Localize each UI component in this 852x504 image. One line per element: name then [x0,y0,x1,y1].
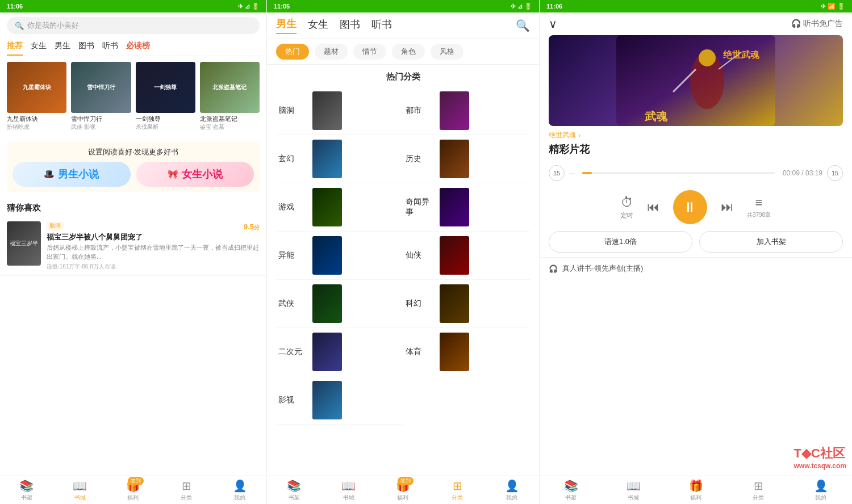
filter-hot[interactable]: 热门 [276,44,309,60]
right-time: 11:06 [546,3,562,10]
mid-header: 男生 女生 图书 听书 🔍 [267,12,539,39]
category-tiyu[interactable]: 体育 [403,328,531,376]
category-lishi[interactable]: 历史 [403,135,531,183]
tab-male[interactable]: 男生 [55,41,70,56]
category-youxi[interactable]: 游戏 [276,183,403,232]
right-nav-mine[interactable]: 👤 我的 [790,476,852,504]
mid-tab-audio[interactable]: 听书 [371,18,392,33]
category-kehuan[interactable]: 科幻 [403,280,531,328]
left-nav-bookshelf[interactable]: 📚 书架 [0,476,53,504]
progress-time-row: 15 — 00:09 / 03:19 15 [549,165,843,181]
right-nav-bookshelf-label: 书架 [565,494,577,502]
headphone-icon: 🎧 [791,19,801,28]
book-item-2[interactable]: 雪中悍刀行 雪中悍刀行 武侠·影视 [71,62,131,131]
cat-book-kehuan [440,284,469,323]
category-wuxia[interactable]: 武侠 [276,280,403,328]
right-nav-welfare[interactable]: 🎁 福利 [665,476,727,504]
mid-nav-bookstore-label: 书城 [343,494,354,502]
progress-dash: — [569,170,575,177]
book-sub-3: 杀伐果断 [136,123,195,131]
search-button-mid[interactable]: 🔍 [516,19,530,32]
tab-audio[interactable]: 听书 [102,41,118,56]
timer-icon: ⏱ [621,195,633,210]
right-welfare-icon: 🎁 [689,479,703,493]
mid-nav-bookstore[interactable]: 📖 书城 [321,476,376,504]
tab-recommend[interactable]: 推荐 [7,41,23,56]
search-input[interactable]: 🔍 你是我的小美好 [7,17,260,34]
category-dushi[interactable]: 都市 [403,87,531,135]
left-nav-mine[interactable]: 👤 我的 [213,476,266,504]
tab-must-read[interactable]: 必读榜 [126,41,150,56]
audio-controls: ⏱ 定时 ⏮ ⏸ ⏭ ≡ 共3798章 [540,186,852,226]
progress-bar[interactable] [582,172,775,174]
speed-button[interactable]: 语速1.0倍 [549,231,692,253]
mid-status-bar: 11:05 ✈ ⊿ 🔋 [267,0,539,12]
recommend-section-title: 猜你喜欢 [0,197,266,217]
book-item-3[interactable]: 一剑独尊 一剑独尊 杀伐果断 [136,62,195,131]
mid-bookshelf-icon: 📚 [287,479,301,493]
right-status-icons: ✈ 📶 🔋 [821,3,845,10]
right-nav-category[interactable]: ⊞ 分类 [727,476,790,504]
mid-nav-mine[interactable]: 👤 我的 [485,476,539,504]
book-item-1[interactable]: 九星霸体诀 九星霸体诀 扮猪吃虎 [7,62,66,131]
audio-book-banner: 绝世武魂 武魂 [540,35,852,126]
category-xuanhuan[interactable]: 玄幻 [276,135,403,183]
skip-forward-button[interactable]: 15 [827,165,843,181]
book-item-4[interactable]: 北派盗墓笔记 北派盗墓笔记 鉴宝·盗墓 [200,62,260,131]
next-button[interactable]: ⏭ [721,200,733,215]
right-nav-bookshelf[interactable]: 📚 书架 [540,476,602,504]
cat-book-wuxia [312,284,342,323]
cat-book-qiwen [440,188,469,226]
left-nav-welfare[interactable]: 🎁 签到 福利 [107,476,160,504]
filter-style[interactable]: 风格 [431,44,463,60]
right-nav-bookstore[interactable]: 📖 书城 [602,476,665,504]
category-naodong[interactable]: 脑洞 [276,87,403,135]
category-xianxia[interactable]: 仙侠 [403,232,531,280]
mid-tab-books[interactable]: 图书 [340,18,360,33]
cat-book-youxi [312,188,342,226]
category-qiwenyishi[interactable]: 奇闻异事 [403,183,531,232]
cat-book-naodong [312,91,342,130]
audio-book-cover: 绝世武魂 武魂 [549,35,843,126]
filter-plot[interactable]: 情节 [353,44,386,60]
left-panel: 11:06 ✈ ⊿ 🔋 🔍 你是我的小美好 推荐 女生 男生 图书 听书 必读榜… [0,0,267,504]
category-erciyuan[interactable]: 二次元 [276,328,403,376]
mid-nav-category[interactable]: ⊞ 分类 [430,476,485,504]
category-yineng[interactable]: 异能 [276,232,403,280]
tab-books[interactable]: 图书 [78,41,94,56]
rec-title-1: 福宝三岁半被八个舅舅团宠了 [47,232,260,242]
left-nav-bookstore-label: 书城 [74,494,86,502]
category-yingshi[interactable]: 影视 [276,376,403,425]
left-nav-mine-label: 我的 [234,494,245,502]
back-button[interactable]: ∨ [549,17,557,31]
skip-back-button[interactable]: 15 [549,165,565,181]
playlist-button[interactable]: ≡ 共3798章 [747,195,771,219]
mid-nav-bookshelf[interactable]: 📚 书架 [267,476,321,504]
rec-tags-1: 脑洞 [47,221,64,230]
filter-theme[interactable]: 题材 [315,44,348,60]
left-nav-bookstore[interactable]: 📖 书城 [53,476,107,504]
recommend-item-1[interactable]: 福宝三岁半 脑洞 9.5分 福宝三岁半被八个舅舅团宠了 后妈从楼梯上摔致流产，小… [0,217,266,276]
total-time: 03:19 [805,169,822,177]
mid-nav-welfare[interactable]: 🎁 签到 福利 [376,476,431,504]
male-novel-button[interactable]: 🎩 男生小说 [12,162,131,187]
cat-label-erciyuan: 二次元 [278,347,307,357]
prev-icon: ⏮ [647,200,659,215]
female-novel-icon: 🎀 [168,169,178,179]
female-novel-button[interactable]: 🎀 女生小说 [136,162,254,187]
add-shelf-button[interactable]: 加入书架 [699,231,843,253]
timer-button[interactable]: ⏱ 定时 [621,195,633,220]
filter-role[interactable]: 角色 [392,44,425,60]
current-time: 00:09 [783,169,800,177]
left-nav-category[interactable]: ⊞ 分类 [160,476,213,504]
left-search-area: 🔍 你是我的小美好 [0,12,266,39]
left-nav-bookshelf-label: 书架 [21,494,32,502]
prev-button[interactable]: ⏮ [647,200,659,215]
play-pause-button[interactable]: ⏸ [673,190,707,224]
book-title-4: 北派盗墓笔记 [200,115,260,123]
audio-series[interactable]: 绝世武魂 › [549,131,843,140]
mid-tab-male[interactable]: 男生 [276,17,296,34]
audio-ad-label: 🎧 听书免广告 [791,19,843,29]
tab-female[interactable]: 女生 [31,41,47,56]
mid-tab-female[interactable]: 女生 [308,18,328,33]
